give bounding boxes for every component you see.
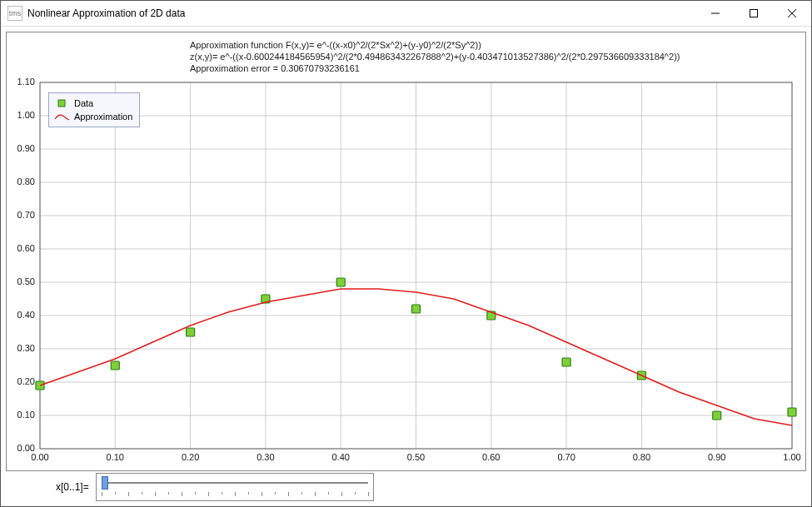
maximize-icon: [750, 9, 758, 17]
data-point: [788, 408, 796, 416]
minimize-button[interactable]: [696, 1, 735, 26]
slider-row: x[0..1]=: [6, 471, 806, 501]
svg-text:0.50: 0.50: [17, 276, 35, 286]
data-point: [336, 278, 345, 286]
app-icon: tms: [7, 6, 22, 21]
svg-text:0.20: 0.20: [17, 376, 35, 386]
svg-text:0.90: 0.90: [708, 452, 725, 462]
data-point: [713, 411, 721, 420]
data-point: [412, 305, 421, 313]
svg-text:0.70: 0.70: [17, 210, 35, 220]
window-title: Nonlinear Approximation of 2D data: [27, 7, 696, 19]
svg-text:0.60: 0.60: [482, 452, 500, 462]
legend-item-approximation[interactable]: Approximation: [54, 110, 132, 123]
svg-text:0.00: 0.00: [17, 443, 35, 453]
x-slider[interactable]: [102, 475, 368, 490]
svg-text:0.40: 0.40: [17, 310, 35, 320]
svg-text:0.10: 0.10: [107, 452, 124, 462]
titlebar[interactable]: tms Nonlinear Approximation of 2D data: [1, 1, 811, 27]
svg-text:0.30: 0.30: [17, 343, 35, 353]
legend-swatch-line-icon: [54, 112, 69, 122]
annotation-line-2: z(x,y)= e^-((x-0.600244184565954)^2/(2*0…: [190, 51, 680, 62]
svg-rect-51: [58, 100, 65, 107]
minimize-icon: [711, 9, 720, 17]
app-window: tms Nonlinear Approximation of 2D data 0…: [0, 0, 812, 507]
client-area: 0.000.100.200.300.400.500.600.700.800.90…: [1, 27, 811, 506]
legend-label-data: Data: [74, 97, 93, 110]
svg-text:0.70: 0.70: [557, 452, 575, 462]
slider-label: x[0..1]=: [56, 481, 89, 493]
svg-text:1.10: 1.10: [17, 77, 35, 87]
data-point: [562, 358, 570, 366]
legend-label-approximation: Approximation: [74, 110, 132, 123]
svg-text:0.90: 0.90: [17, 143, 35, 153]
svg-text:0.80: 0.80: [17, 176, 35, 186]
svg-text:0.50: 0.50: [407, 452, 425, 462]
close-button[interactable]: [773, 1, 811, 26]
svg-text:1.00: 1.00: [17, 110, 35, 120]
svg-text:0.10: 0.10: [17, 410, 35, 420]
svg-text:0.30: 0.30: [257, 452, 274, 462]
svg-rect-1: [750, 10, 758, 17]
annotation-line-3: Approximation error = 0.30670793236161: [190, 62, 680, 74]
svg-text:0.60: 0.60: [17, 243, 35, 253]
svg-text:0.80: 0.80: [633, 452, 650, 462]
chart-frame: 0.000.100.200.300.400.500.600.700.800.90…: [6, 32, 806, 471]
window-controls: [696, 1, 811, 26]
maximize-button[interactable]: [735, 1, 773, 26]
legend-swatch-data-icon: [54, 98, 69, 108]
close-icon: [788, 9, 796, 17]
chart-legend[interactable]: Data Approximation: [48, 92, 140, 127]
svg-text:0.20: 0.20: [182, 452, 199, 462]
data-point: [187, 328, 195, 336]
svg-text:0.00: 0.00: [31, 452, 48, 462]
data-point: [111, 361, 119, 370]
svg-text:0.40: 0.40: [331, 452, 349, 462]
chart-annotation: Approximation function F(x,y)= e^-((x-x0…: [190, 39, 680, 74]
slider-ticks: [102, 492, 368, 497]
annotation-line-1: Approximation function F(x,y)= e^-((x-x0…: [190, 39, 680, 51]
svg-text:1.00: 1.00: [783, 452, 800, 462]
slider-container: [96, 473, 374, 501]
legend-item-data[interactable]: Data: [54, 97, 132, 110]
